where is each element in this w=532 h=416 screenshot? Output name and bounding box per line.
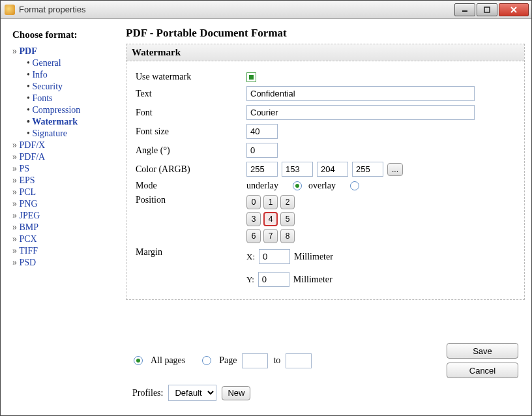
sidebar-item-pdf[interactable]: PDF xyxy=(12,46,117,57)
save-button[interactable]: Save xyxy=(447,343,518,359)
color-b-input[interactable] xyxy=(352,162,383,177)
minimize-icon xyxy=(462,7,468,13)
color-r-input[interactable] xyxy=(282,162,313,177)
label-use-watermark: Use watermark xyxy=(136,72,246,82)
to-label: to xyxy=(273,355,280,366)
sidebar-item-psd[interactable]: PSD xyxy=(12,257,117,269)
titlebar: Format properties xyxy=(1,1,531,19)
label-margin: Margin xyxy=(136,247,246,258)
cancel-button[interactable]: Cancel xyxy=(447,363,518,378)
sidebar-item-pcx[interactable]: PCX xyxy=(12,233,117,245)
window-title: Format properties xyxy=(19,5,453,14)
sidebar-item-security[interactable]: Security xyxy=(27,81,117,93)
maximize-icon xyxy=(484,7,490,13)
margin-y-unit: Millimeter xyxy=(293,275,332,285)
label-text: Text xyxy=(136,89,246,99)
main-panel: PDF - Portable Document Format Watermark… xyxy=(126,25,525,409)
color-a-input[interactable] xyxy=(246,162,278,177)
page-from-input[interactable] xyxy=(242,353,268,368)
sidebar-item-info[interactable]: Info xyxy=(27,69,117,81)
close-icon xyxy=(510,6,518,14)
sidebar-item-pcl[interactable]: PCL xyxy=(12,186,117,198)
use-watermark-checkbox[interactable] xyxy=(246,72,256,82)
font-size-input[interactable] xyxy=(246,124,278,139)
mode-overlay-radio[interactable] xyxy=(350,181,359,190)
margin-x-label: X: xyxy=(246,252,255,262)
sidebar-item-bmp[interactable]: BMP xyxy=(12,222,117,233)
minimize-button[interactable] xyxy=(454,3,475,16)
position-3-button[interactable]: 3 xyxy=(246,212,261,226)
position-1-button[interactable]: 1 xyxy=(263,195,278,209)
position-2-button[interactable]: 2 xyxy=(280,195,295,209)
label-color: Color (ARGB) xyxy=(136,164,246,175)
app-icon xyxy=(5,5,15,15)
sidebar-item-signature[interactable]: Signature xyxy=(27,128,117,140)
watermark-text-input[interactable] xyxy=(246,86,475,101)
color-picker-button[interactable]: ... xyxy=(387,163,403,176)
page-to-input[interactable] xyxy=(286,353,312,368)
sidebar-item-jpeg[interactable]: JPEG xyxy=(12,210,117,222)
position-5-button[interactable]: 5 xyxy=(280,212,295,226)
page-range-radio[interactable] xyxy=(202,356,211,365)
label-angle: Angle (°) xyxy=(136,145,246,156)
color-g-input[interactable] xyxy=(317,162,348,177)
margin-y-label: Y: xyxy=(246,275,254,285)
format-properties-window: Format properties Choose format: PDF Gen… xyxy=(0,0,532,416)
position-grid: 0 1 2 3 4 5 6 xyxy=(246,195,295,243)
sidebar-item-eps[interactable]: EPS xyxy=(12,175,117,186)
close-button[interactable] xyxy=(499,3,529,16)
sidebar-item-tiff[interactable]: TIFF xyxy=(12,245,117,257)
format-sidebar: Choose format: PDF General Info Security… xyxy=(7,25,119,409)
maximize-button[interactable] xyxy=(477,3,497,16)
profiles-select[interactable]: Default xyxy=(168,385,216,401)
all-pages-label: All pages xyxy=(151,355,185,366)
sidebar-item-ps[interactable]: PS xyxy=(12,163,117,175)
margin-y-input[interactable] xyxy=(258,272,289,287)
label-font-size: Font size xyxy=(136,126,246,137)
sidebar-item-fonts[interactable]: Fonts xyxy=(27,93,117,104)
sidebar-item-general[interactable]: General xyxy=(27,57,117,69)
position-7-button[interactable]: 7 xyxy=(263,229,278,243)
mode-underlay-label: underlay xyxy=(246,181,278,191)
sidebar-item-watermark[interactable]: Watermark xyxy=(27,116,117,128)
sidebar-item-png[interactable]: PNG xyxy=(12,198,117,210)
page-title: PDF - Portable Document Format xyxy=(126,27,525,40)
profiles-label: Profiles: xyxy=(132,388,163,398)
sidebar-item-pdfx[interactable]: PDF/X xyxy=(12,140,117,151)
margin-x-unit: Millimeter xyxy=(294,252,333,262)
margin-x-input[interactable] xyxy=(259,249,290,264)
position-8-button[interactable]: 8 xyxy=(280,229,295,243)
sidebar-item-pdfa[interactable]: PDF/A xyxy=(12,151,117,163)
footer: All pages Page to Save Cancel Profiles: xyxy=(126,339,525,409)
all-pages-radio[interactable] xyxy=(134,356,143,365)
mode-underlay-radio[interactable] xyxy=(293,181,302,190)
page-label: Page xyxy=(219,355,237,366)
position-4-button[interactable]: 4 xyxy=(263,212,278,226)
angle-input[interactable] xyxy=(246,143,278,158)
label-mode: Mode xyxy=(136,181,246,191)
svg-rect-1 xyxy=(484,7,490,12)
mode-overlay-label: overlay xyxy=(308,181,336,191)
new-profile-button[interactable]: New xyxy=(222,386,250,400)
watermark-section: Watermark Use watermark Text xyxy=(126,44,525,300)
section-title: Watermark xyxy=(126,44,524,61)
sidebar-heading: Choose format: xyxy=(12,29,117,40)
label-position: Position xyxy=(136,195,246,205)
watermark-font-input[interactable] xyxy=(246,105,475,120)
sidebar-item-compression[interactable]: Compression xyxy=(27,104,117,116)
position-6-button[interactable]: 6 xyxy=(246,229,261,243)
position-0-button[interactable]: 0 xyxy=(246,195,261,209)
label-font: Font xyxy=(136,108,246,118)
